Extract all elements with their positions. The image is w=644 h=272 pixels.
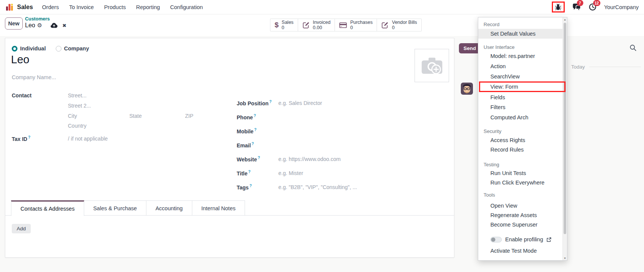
stat-button-purchases[interactable]: Purchases 0	[335, 19, 377, 31]
menu-reporting[interactable]: Reporting	[136, 4, 160, 10]
title-label: Title?	[237, 170, 251, 177]
today-label: Today	[571, 64, 585, 70]
add-contact-button[interactable]: Add	[12, 224, 31, 233]
tab-contacts-addresses[interactable]: Contacts & Addresses	[11, 200, 84, 216]
radio-individual-dot	[12, 46, 17, 52]
enable-profiling-label: Enable profiling	[505, 236, 543, 242]
street-field[interactable]: Street...	[68, 92, 86, 98]
state-field[interactable]: State	[129, 113, 142, 119]
menu-item-action[interactable]: Action	[478, 61, 562, 71]
pencil-square-icon	[302, 21, 310, 29]
menu-products[interactable]: Products	[104, 4, 126, 10]
notebook-tabs: Contacts & Addresses Sales & Purchase Ac…	[5, 200, 454, 216]
send-message-button[interactable]: Send	[459, 43, 481, 53]
breadcrumb-customers-link[interactable]: Customers	[25, 16, 66, 22]
website-label: Website?	[237, 156, 260, 163]
gear-icon[interactable]: ⚙	[37, 22, 42, 29]
scroll-down-arrow[interactable]: ▼	[563, 257, 567, 259]
messages-button[interactable]: 7	[572, 3, 581, 11]
discard-record-button[interactable]: ✖	[62, 23, 66, 28]
menu-to-invoice[interactable]: To Invoice	[69, 4, 94, 10]
stat-value: 0	[282, 25, 294, 30]
breadcrumb: Customers Leo ⚙ ✖	[25, 16, 66, 29]
menu-item-model[interactable]: Model: res.partner	[478, 51, 562, 61]
menu-item-regenerate-assets[interactable]: Regenerate Assets	[478, 210, 562, 220]
radio-company[interactable]: Company	[56, 45, 89, 52]
radio-company-dot	[56, 46, 61, 52]
camera-icon	[421, 56, 443, 75]
dropdown-scrollbar[interactable]: ▲ ▼	[562, 17, 567, 260]
debug-menu-dropdown: Record Set Default Values User Interface…	[478, 17, 567, 261]
odoo-sales-screen: Sales Orders To Invoice Products Reporti…	[0, 0, 644, 272]
activities-badge: 12	[593, 0, 600, 6]
city-field[interactable]: City	[68, 113, 77, 119]
radio-individual[interactable]: Individual	[12, 45, 46, 52]
tab-internal-notes[interactable]: Internal Notes	[192, 200, 245, 216]
stat-label: Vendor Bills	[392, 20, 417, 25]
today-separator: Today	[571, 64, 641, 70]
menu-item-run-unit-tests[interactable]: Run Unit Tests	[478, 168, 562, 178]
scroll-up-arrow[interactable]: ▲	[563, 18, 567, 21]
menu-item-access-rights[interactable]: Access Rights	[478, 135, 562, 145]
menu-item-set-default-values[interactable]: Set Default Values	[478, 29, 562, 39]
email-label: Email?	[237, 142, 254, 149]
new-button[interactable]: New	[5, 17, 23, 30]
partner-photo-upload[interactable]	[415, 49, 449, 82]
menu-orders[interactable]: Orders	[42, 4, 59, 10]
tab-accounting[interactable]: Accounting	[146, 200, 192, 216]
job-position-label: Job Position?	[237, 100, 272, 106]
country-field[interactable]: Country	[68, 123, 86, 129]
menu-item-view-form[interactable]: View: Form	[478, 82, 562, 92]
menu-item-become-superuser[interactable]: Become Superuser	[478, 220, 562, 230]
debug-section-security: Security	[478, 127, 562, 135]
bug-icon	[554, 3, 562, 11]
menu-configuration[interactable]: Configuration	[170, 4, 203, 10]
tax-id-label: Tax ID?	[12, 135, 30, 142]
app-name[interactable]: Sales	[17, 4, 33, 11]
save-record-button[interactable]	[50, 23, 58, 28]
help-marker: ?	[248, 170, 251, 174]
title-field[interactable]: e.g. Mister	[278, 170, 303, 176]
contact-label: Contact	[12, 92, 31, 98]
search-icon[interactable]	[630, 44, 636, 53]
help-marker: ?	[258, 156, 260, 160]
external-link-icon	[547, 237, 551, 242]
tax-id-field[interactable]: / if not applicable	[68, 136, 108, 142]
job-position-field[interactable]: e.g. Sales Director	[278, 100, 322, 106]
scrollbar-thumb[interactable]	[564, 23, 566, 234]
help-marker: ?	[28, 135, 30, 139]
avatar	[461, 83, 473, 95]
menu-item-filters[interactable]: Filters	[478, 102, 562, 112]
stat-button-vendor-bills[interactable]: Vendor Bills 0	[377, 19, 421, 31]
stat-value: 0	[350, 25, 372, 30]
street2-field[interactable]: Street 2...	[68, 103, 91, 109]
app-switcher[interactable]: Sales	[5, 3, 33, 11]
breadcrumb-current-record: Leo	[25, 22, 35, 29]
activities-button[interactable]: 12	[589, 3, 597, 11]
menu-item-fields[interactable]: Fields	[478, 92, 562, 102]
help-marker: ?	[269, 100, 272, 104]
website-field[interactable]: e.g. https://www.odoo.com	[278, 156, 341, 162]
debug-tools-button[interactable]	[552, 2, 565, 13]
debug-section-user-interface: User Interface	[478, 43, 562, 51]
menu-item-enable-profiling[interactable]: Enable profiling	[478, 234, 562, 245]
stat-label: Purchases	[350, 20, 372, 25]
menu-item-searchview[interactable]: SearchView	[478, 72, 562, 81]
stat-button-sales[interactable]: $ Sales 0	[270, 19, 298, 31]
zip-field[interactable]: ZIP	[185, 113, 193, 119]
company-switcher[interactable]: YourCompany	[604, 4, 639, 10]
tags-field[interactable]: e.g. "B2B", "VIP", "Consulting", ...	[278, 184, 357, 190]
menu-item-record-rules[interactable]: Record Rules	[478, 145, 562, 155]
menu-item-computed-arch[interactable]: Computed Arch	[478, 113, 562, 122]
stat-button-invoiced[interactable]: Invoiced 0.00	[298, 19, 335, 31]
tab-sales-purchase[interactable]: Sales & Purchase	[84, 200, 146, 216]
name-field[interactable]: Leo	[11, 53, 29, 66]
enable-profiling-toggle[interactable]	[490, 237, 502, 242]
menu-item-run-click-everywhere[interactable]: Run Click Everywhere	[478, 178, 562, 188]
stat-value: 0.00	[313, 25, 331, 30]
menu-item-activate-test-mode[interactable]: Activate Test Mode	[478, 246, 562, 256]
help-marker: ?	[251, 142, 254, 146]
menu-item-open-view[interactable]: Open View	[478, 201, 562, 211]
tags-label: Tags?	[237, 184, 252, 191]
company-name-field[interactable]: Company Name...	[12, 74, 56, 80]
